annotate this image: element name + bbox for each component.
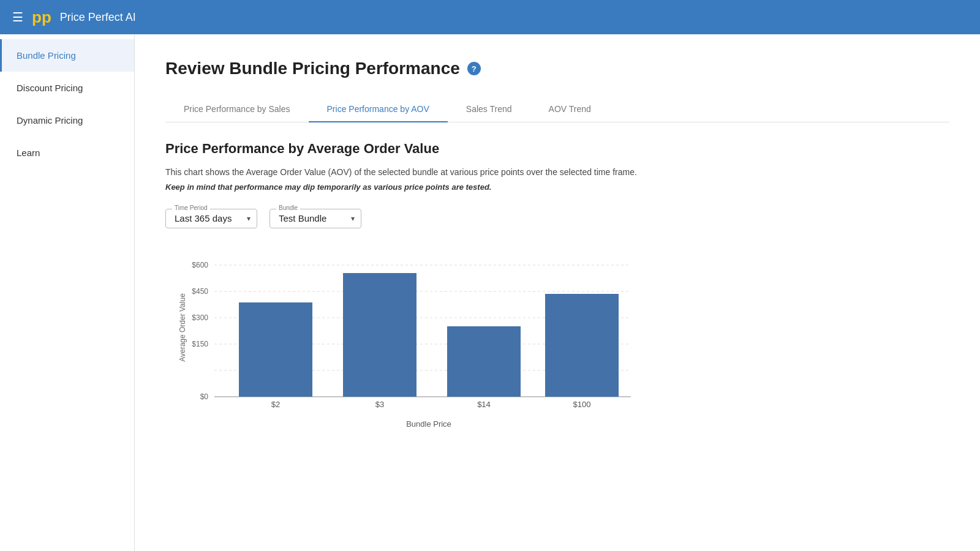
bar-2: [239, 302, 312, 397]
main-layout: Bundle Pricing Discount Pricing Dynamic …: [0, 34, 980, 551]
tab-bar: Price Performance by Sales Price Perform…: [165, 97, 949, 122]
sidebar: Bundle Pricing Discount Pricing Dynamic …: [0, 34, 135, 551]
svg-text:$150: $150: [192, 340, 208, 348]
app-title: Price Perfect AI: [60, 11, 136, 24]
sidebar-item-bundle-pricing[interactable]: Bundle Pricing: [0, 39, 134, 72]
sidebar-item-learn[interactable]: Learn: [0, 137, 134, 169]
help-icon[interactable]: ?: [467, 62, 481, 75]
bundle-value: Test Bundle: [279, 213, 326, 223]
time-period-value: Last 365 days: [175, 213, 232, 223]
chart-wrapper: Average Order Value $600 $450 $300 $150 …: [178, 247, 949, 429]
y-axis-label: Average Order Value: [178, 294, 187, 362]
section-note: Keep in mind that performance may dip te…: [165, 182, 949, 192]
section-description: This chart shows the Average Order Value…: [165, 165, 949, 179]
bundle-label: Bundle: [276, 204, 300, 211]
svg-text:$300: $300: [192, 313, 208, 322]
sidebar-item-dynamic-pricing[interactable]: Dynamic Pricing: [0, 104, 134, 137]
chart-area: Average Order Value $600 $450 $300 $150 …: [178, 253, 643, 429]
x-axis-label: Bundle Price: [214, 419, 643, 429]
tab-price-by-sales[interactable]: Price Performance by Sales: [165, 97, 309, 122]
bar-chart: $600 $450 $300 $150 $0 $2 $3 $14: [178, 253, 643, 412]
bar-100: [545, 294, 619, 397]
svg-text:$450: $450: [192, 287, 208, 296]
menu-icon[interactable]: ☰: [12, 10, 23, 24]
bar-14: [447, 326, 521, 397]
section-title: Price Performance by Average Order Value: [165, 141, 949, 157]
svg-text:$100: $100: [573, 400, 591, 409]
bundle-arrow-icon: ▾: [351, 214, 355, 223]
svg-text:$2: $2: [271, 400, 280, 409]
page-title: Review Bundle Pricing Performance: [165, 59, 460, 78]
svg-text:$600: $600: [192, 261, 208, 269]
tab-aov-trend[interactable]: AOV Trend: [530, 97, 609, 122]
sidebar-item-discount-pricing[interactable]: Discount Pricing: [0, 72, 134, 104]
time-period-select[interactable]: Time Period Last 365 days ▾: [165, 209, 257, 228]
svg-text:$14: $14: [477, 400, 491, 409]
bar-3: [343, 273, 417, 397]
page-header: Review Bundle Pricing Performance ?: [165, 59, 949, 78]
tab-price-by-aov[interactable]: Price Performance by AOV: [309, 97, 448, 122]
controls: Time Period Last 365 days ▾ Bundle Test …: [165, 209, 949, 228]
app-logo: pp: [32, 8, 51, 27]
time-period-arrow-icon: ▾: [247, 214, 251, 223]
svg-text:$3: $3: [375, 400, 384, 409]
topbar: ☰ pp Price Perfect AI: [0, 0, 980, 34]
bundle-select[interactable]: Bundle Test Bundle ▾: [270, 209, 361, 228]
main-content: Review Bundle Pricing Performance ? Pric…: [135, 34, 980, 551]
svg-text:$0: $0: [200, 392, 209, 401]
tab-sales-trend[interactable]: Sales Trend: [448, 97, 530, 122]
time-period-label: Time Period: [172, 204, 210, 211]
